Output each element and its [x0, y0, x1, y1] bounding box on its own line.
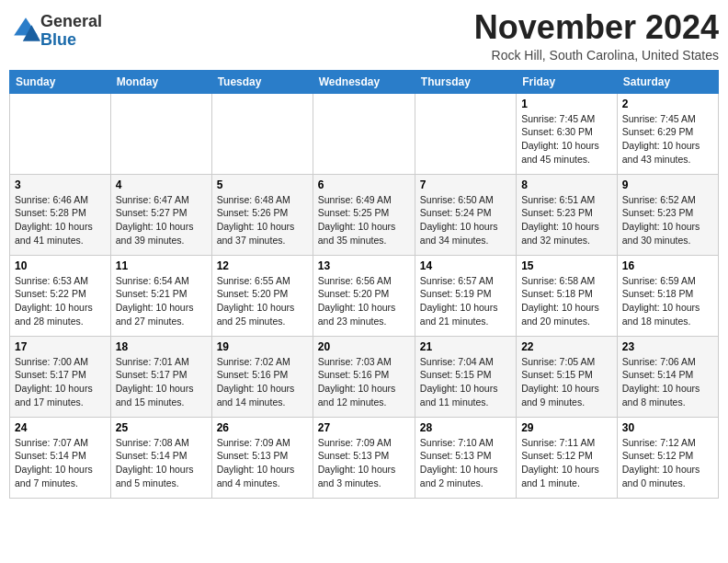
day-cell-11: 11Sunrise: 6:54 AM Sunset: 5:21 PM Dayli… — [110, 255, 211, 336]
day-cell-19: 19Sunrise: 7:02 AM Sunset: 5:16 PM Dayli… — [211, 336, 313, 417]
day-detail: Sunrise: 6:47 AM Sunset: 5:27 PM Dayligh… — [116, 193, 207, 247]
day-cell-3: 3Sunrise: 6:46 AM Sunset: 5:28 PM Daylig… — [10, 174, 111, 255]
header-saturday: Saturday — [617, 70, 718, 93]
day-detail: Sunrise: 7:08 AM Sunset: 5:14 PM Dayligh… — [116, 436, 207, 490]
day-detail: Sunrise: 7:09 AM Sunset: 5:13 PM Dayligh… — [217, 436, 308, 490]
day-detail: Sunrise: 7:01 AM Sunset: 5:17 PM Dayligh… — [116, 355, 207, 409]
logo-general-text: General — [40, 12, 102, 30]
day-detail: Sunrise: 6:55 AM Sunset: 5:20 PM Dayligh… — [217, 274, 308, 328]
day-number: 30 — [622, 421, 713, 434]
day-detail: Sunrise: 7:07 AM Sunset: 5:14 PM Dayligh… — [15, 436, 106, 490]
day-detail: Sunrise: 6:50 AM Sunset: 5:24 PM Dayligh… — [420, 193, 511, 247]
header-wednesday: Wednesday — [313, 70, 415, 93]
day-cell-7: 7Sunrise: 6:50 AM Sunset: 5:24 PM Daylig… — [415, 174, 516, 255]
day-cell-empty — [110, 93, 211, 174]
logo-icon — [11, 15, 40, 44]
day-detail: Sunrise: 6:48 AM Sunset: 5:26 PM Dayligh… — [217, 193, 308, 247]
day-cell-16: 16Sunrise: 6:59 AM Sunset: 5:18 PM Dayli… — [617, 255, 718, 336]
day-detail: Sunrise: 6:54 AM Sunset: 5:21 PM Dayligh… — [116, 274, 207, 328]
day-cell-21: 21Sunrise: 7:04 AM Sunset: 5:15 PM Dayli… — [415, 336, 516, 417]
day-cell-10: 10Sunrise: 6:53 AM Sunset: 5:22 PM Dayli… — [10, 255, 111, 336]
day-number: 21 — [420, 340, 511, 353]
logo-blue-text: Blue — [40, 30, 76, 49]
week-row-1: 3Sunrise: 6:46 AM Sunset: 5:28 PM Daylig… — [10, 174, 719, 255]
day-number: 26 — [217, 421, 308, 434]
calendar-table: SundayMondayTuesdayWednesdayThursdayFrid… — [9, 70, 719, 499]
day-number: 9 — [622, 178, 713, 191]
day-cell-1: 1Sunrise: 7:45 AM Sunset: 6:30 PM Daylig… — [517, 93, 618, 174]
day-cell-6: 6Sunrise: 6:49 AM Sunset: 5:25 PM Daylig… — [313, 174, 415, 255]
calendar-header-row: SundayMondayTuesdayWednesdayThursdayFrid… — [10, 70, 719, 93]
day-cell-24: 24Sunrise: 7:07 AM Sunset: 5:14 PM Dayli… — [10, 417, 111, 498]
day-detail: Sunrise: 6:46 AM Sunset: 5:28 PM Dayligh… — [15, 193, 106, 247]
day-detail: Sunrise: 6:51 AM Sunset: 5:23 PM Dayligh… — [521, 193, 612, 247]
day-cell-23: 23Sunrise: 7:06 AM Sunset: 5:14 PM Dayli… — [617, 336, 718, 417]
day-number: 2 — [622, 98, 713, 110]
day-number: 3 — [15, 178, 106, 191]
day-number: 17 — [15, 340, 106, 353]
day-number: 20 — [318, 340, 410, 353]
week-row-2: 10Sunrise: 6:53 AM Sunset: 5:22 PM Dayli… — [10, 255, 719, 336]
day-detail: Sunrise: 6:56 AM Sunset: 5:20 PM Dayligh… — [318, 274, 410, 328]
day-detail: Sunrise: 6:57 AM Sunset: 5:19 PM Dayligh… — [420, 274, 511, 328]
day-detail: Sunrise: 7:04 AM Sunset: 5:15 PM Dayligh… — [420, 355, 511, 409]
day-cell-22: 22Sunrise: 7:05 AM Sunset: 5:15 PM Dayli… — [517, 336, 618, 417]
day-cell-27: 27Sunrise: 7:09 AM Sunset: 5:13 PM Dayli… — [313, 417, 415, 498]
day-cell-30: 30Sunrise: 7:12 AM Sunset: 5:12 PM Dayli… — [617, 417, 718, 498]
day-number: 12 — [217, 259, 308, 272]
day-number: 16 — [622, 259, 713, 272]
day-number: 23 — [622, 340, 713, 353]
day-cell-29: 29Sunrise: 7:11 AM Sunset: 5:12 PM Dayli… — [517, 417, 618, 498]
day-cell-4: 4Sunrise: 6:47 AM Sunset: 5:27 PM Daylig… — [110, 174, 211, 255]
header-tuesday: Tuesday — [211, 70, 313, 93]
day-cell-empty — [10, 93, 111, 174]
location-title: Rock Hill, South Carolina, United States — [474, 48, 719, 63]
day-cell-9: 9Sunrise: 6:52 AM Sunset: 5:23 PM Daylig… — [617, 174, 718, 255]
day-cell-14: 14Sunrise: 6:57 AM Sunset: 5:19 PM Dayli… — [415, 255, 516, 336]
day-detail: Sunrise: 6:53 AM Sunset: 5:22 PM Dayligh… — [15, 274, 106, 328]
day-cell-28: 28Sunrise: 7:10 AM Sunset: 5:13 PM Dayli… — [415, 417, 516, 498]
day-cell-13: 13Sunrise: 6:56 AM Sunset: 5:20 PM Dayli… — [313, 255, 415, 336]
day-number: 24 — [15, 421, 106, 434]
day-detail: Sunrise: 7:06 AM Sunset: 5:14 PM Dayligh… — [622, 355, 713, 409]
day-number: 7 — [420, 178, 511, 191]
day-detail: Sunrise: 7:00 AM Sunset: 5:17 PM Dayligh… — [15, 355, 106, 409]
day-number: 10 — [15, 259, 106, 272]
day-number: 28 — [420, 421, 511, 434]
day-number: 25 — [116, 421, 207, 434]
week-row-4: 24Sunrise: 7:07 AM Sunset: 5:14 PM Dayli… — [10, 417, 719, 498]
day-number: 18 — [116, 340, 207, 353]
day-detail: Sunrise: 7:45 AM Sunset: 6:30 PM Dayligh… — [521, 112, 612, 167]
logo: General Blue — [9, 13, 102, 50]
month-title: November 2024 — [474, 9, 719, 46]
day-detail: Sunrise: 6:58 AM Sunset: 5:18 PM Dayligh… — [521, 274, 612, 328]
day-detail: Sunrise: 7:11 AM Sunset: 5:12 PM Dayligh… — [521, 436, 612, 490]
day-number: 6 — [318, 178, 410, 191]
day-detail: Sunrise: 7:05 AM Sunset: 5:15 PM Dayligh… — [521, 355, 612, 409]
day-detail: Sunrise: 7:09 AM Sunset: 5:13 PM Dayligh… — [318, 436, 410, 490]
day-cell-20: 20Sunrise: 7:03 AM Sunset: 5:16 PM Dayli… — [313, 336, 415, 417]
day-detail: Sunrise: 6:49 AM Sunset: 5:25 PM Dayligh… — [318, 193, 410, 247]
day-number: 13 — [318, 259, 410, 272]
day-number: 14 — [420, 259, 511, 272]
day-detail: Sunrise: 7:02 AM Sunset: 5:16 PM Dayligh… — [217, 355, 308, 409]
title-area: November 2024 Rock Hill, South Carolina,… — [474, 9, 719, 63]
day-cell-5: 5Sunrise: 6:48 AM Sunset: 5:26 PM Daylig… — [211, 174, 313, 255]
day-number: 19 — [217, 340, 308, 353]
day-cell-18: 18Sunrise: 7:01 AM Sunset: 5:17 PM Dayli… — [110, 336, 211, 417]
day-detail: Sunrise: 6:52 AM Sunset: 5:23 PM Dayligh… — [622, 193, 713, 247]
header-sunday: Sunday — [10, 70, 111, 93]
day-cell-2: 2Sunrise: 7:45 AM Sunset: 6:29 PM Daylig… — [617, 93, 718, 174]
day-cell-12: 12Sunrise: 6:55 AM Sunset: 5:20 PM Dayli… — [211, 255, 313, 336]
day-detail: Sunrise: 7:10 AM Sunset: 5:13 PM Dayligh… — [420, 436, 511, 490]
header-friday: Friday — [517, 70, 618, 93]
day-number: 11 — [116, 259, 207, 272]
day-cell-8: 8Sunrise: 6:51 AM Sunset: 5:23 PM Daylig… — [517, 174, 618, 255]
day-detail: Sunrise: 7:45 AM Sunset: 6:29 PM Dayligh… — [622, 112, 713, 167]
day-detail: Sunrise: 6:59 AM Sunset: 5:18 PM Dayligh… — [622, 274, 713, 328]
day-cell-26: 26Sunrise: 7:09 AM Sunset: 5:13 PM Dayli… — [211, 417, 313, 498]
day-number: 22 — [521, 340, 612, 353]
day-number: 5 — [217, 178, 308, 191]
day-number: 15 — [521, 259, 612, 272]
day-number: 8 — [521, 178, 612, 191]
